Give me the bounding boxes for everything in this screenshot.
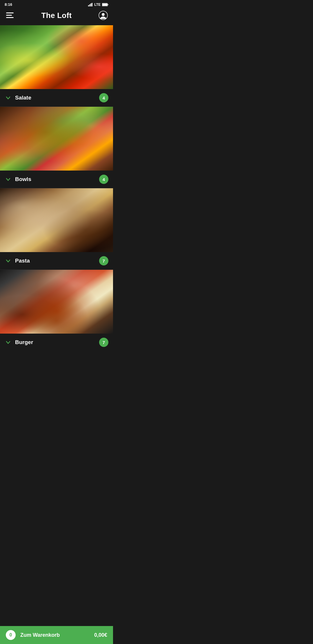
svg-rect-1 xyxy=(89,4,90,6)
category-section-salate: Salate4 xyxy=(0,25,113,107)
category-section-bowls: Bowls4 xyxy=(0,107,113,188)
chevron-down-icon-pasta xyxy=(5,257,12,264)
categories-list: Salate4 Bowls4 Pasta7 Burger7 xyxy=(0,25,113,351)
category-count-badge-salate: 4 xyxy=(99,93,108,102)
svg-rect-8 xyxy=(6,15,12,16)
category-image-pasta xyxy=(0,188,113,252)
status-icons: LTE xyxy=(88,3,108,7)
status-time: 8:16 xyxy=(5,2,12,7)
category-name-bowls: Bowls xyxy=(15,176,99,182)
category-image-bowls xyxy=(0,107,113,171)
category-section-burger: Burger7 xyxy=(0,270,113,351)
profile-avatar-icon xyxy=(99,11,108,20)
category-row-burger[interactable]: Burger7 xyxy=(0,334,113,351)
menu-button[interactable] xyxy=(5,10,15,21)
network-label: LTE xyxy=(94,3,101,7)
category-section-pasta: Pasta7 xyxy=(0,188,113,270)
svg-rect-2 xyxy=(90,3,91,6)
category-count-badge-burger: 7 xyxy=(99,338,108,347)
cart-price: 0,00€ xyxy=(94,632,107,638)
restaurant-name: The Loft xyxy=(41,11,72,20)
chevron-down-icon-burger xyxy=(5,339,12,346)
category-row-pasta[interactable]: Pasta7 xyxy=(0,252,113,269)
category-name-pasta: Pasta xyxy=(15,258,99,264)
svg-rect-9 xyxy=(6,17,14,18)
svg-rect-5 xyxy=(102,3,107,6)
cart-count-badge: 0 xyxy=(6,630,16,640)
category-name-burger: Burger xyxy=(15,339,99,345)
app-header: The Loft xyxy=(0,8,113,25)
status-bar: 8:16 LTE xyxy=(0,0,113,8)
category-row-salate[interactable]: Salate4 xyxy=(0,89,113,106)
battery-icon xyxy=(102,3,108,6)
hamburger-menu-icon xyxy=(6,12,14,18)
signal-icon xyxy=(88,3,93,6)
chevron-down-icon-salate xyxy=(5,94,12,101)
svg-rect-7 xyxy=(6,12,14,13)
profile-button[interactable] xyxy=(98,10,108,21)
cart-bar[interactable]: 0 Zum Warenkorb 0,00€ xyxy=(0,626,113,644)
category-name-salate: Salate xyxy=(15,95,99,101)
svg-point-11 xyxy=(102,13,105,16)
svg-rect-3 xyxy=(92,3,92,6)
category-image-salate xyxy=(0,25,113,89)
svg-rect-0 xyxy=(88,5,89,6)
category-count-badge-pasta: 7 xyxy=(99,256,108,265)
chevron-down-icon-bowls xyxy=(5,176,12,183)
cart-label: Zum Warenkorb xyxy=(20,632,94,638)
svg-rect-6 xyxy=(108,4,108,5)
category-count-badge-bowls: 4 xyxy=(99,175,108,184)
category-row-bowls[interactable]: Bowls4 xyxy=(0,171,113,188)
category-image-burger xyxy=(0,270,113,334)
